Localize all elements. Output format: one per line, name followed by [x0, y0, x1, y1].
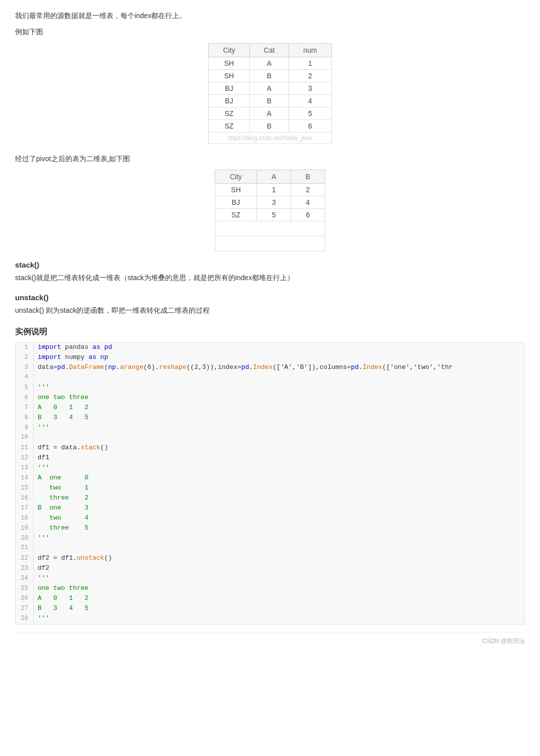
- code-line: 12df1: [16, 453, 524, 463]
- code-line: 18 two 4: [16, 514, 524, 524]
- code-line: 11df1 = data.stack(): [16, 443, 524, 453]
- table1-header-city: City: [209, 43, 249, 57]
- code-line: 26A 0 1 2: [16, 594, 524, 604]
- table1-watermark: https://blog.csdn.net/haley_jtian: [208, 133, 331, 144]
- code-line: 16 three 2: [16, 493, 524, 503]
- code-line: 24''': [16, 574, 524, 584]
- intro-line2: 例如下图: [15, 26, 525, 38]
- code-line: 23df2: [16, 564, 524, 574]
- table-row: SHA1: [209, 57, 331, 69]
- code-line: 17B one 3: [16, 503, 524, 514]
- code-line: 28''': [16, 614, 524, 624]
- code-line: 1import pandas as pd: [16, 343, 524, 353]
- code-line: 22df2 = df1.unstack(): [16, 554, 524, 564]
- code-line: 4: [16, 373, 524, 383]
- code-line: 21: [16, 544, 524, 554]
- table-row: BJB4: [209, 94, 331, 107]
- table-row: SZ56: [215, 209, 325, 221]
- code-line: 14A one 0: [16, 473, 524, 483]
- code-line: 25one two three: [16, 584, 524, 594]
- code-line: 3data=pd.DataFrame(np.arange(6).reshape(…: [16, 363, 524, 373]
- unstack-desc: unstack() 则为stack的逆函数，即把一维表转化成二维表的过程: [15, 305, 525, 317]
- table1-header-cat: Cat: [249, 43, 289, 57]
- table-row: BJ34: [215, 196, 325, 209]
- code-line: 6one two three: [16, 393, 524, 403]
- unstack-title: unstack(): [15, 293, 525, 302]
- footer: CSDN @郭庆汝: [15, 633, 525, 646]
- table1-container: City Cat num SHA1SHB2BJA3BJB4SZA5SZB6 ht…: [15, 43, 525, 144]
- code-line: 20''': [16, 534, 524, 544]
- table2-header-a: A: [257, 170, 291, 184]
- table2: City A B SH12BJ34SZ56: [215, 170, 325, 221]
- code-line: 7A 0 1 2: [16, 403, 524, 413]
- table-row: SHB2: [209, 69, 331, 82]
- code-line: 2import numpy as np: [16, 353, 524, 363]
- code-line: 27B 3 4 5: [16, 604, 524, 614]
- stack-desc: stack()就是把二维表转化成一维表（stack为堆叠的意思，就是把所有的in…: [15, 272, 525, 284]
- table-row: SH12: [215, 184, 325, 196]
- table-row: SZA5: [209, 107, 331, 119]
- code-line: 5''': [16, 383, 524, 393]
- code-line: 19 three 5: [16, 524, 524, 534]
- table1-header-num: num: [289, 43, 331, 57]
- table-row: BJA3: [209, 82, 331, 94]
- table2-header-city: City: [215, 170, 257, 184]
- intro-line1: 我们最常用的源数据就是一维表，每个index都在行上。: [15, 10, 525, 22]
- table-row: SZB6: [209, 119, 331, 132]
- code-line: 8B 3 4 5: [16, 413, 524, 423]
- code-block: 1import pandas as pd2import numpy as np3…: [15, 342, 525, 624]
- table1: City Cat num SHA1SHB2BJA3BJB4SZA5SZB6: [208, 43, 331, 133]
- pivot-intro: 经过了pivot之后的表为二维表,如下图: [15, 153, 525, 165]
- code-line: 15 two 1: [16, 483, 524, 493]
- table2-container: City A B SH12BJ34SZ56: [15, 170, 525, 251]
- table2-header-b: B: [291, 170, 325, 184]
- stack-title: stack(): [15, 261, 525, 269]
- example-title: 实例说明: [15, 327, 525, 337]
- code-line: 10: [16, 433, 524, 443]
- code-line: 13''': [16, 463, 524, 473]
- code-line: 9''': [16, 423, 524, 433]
